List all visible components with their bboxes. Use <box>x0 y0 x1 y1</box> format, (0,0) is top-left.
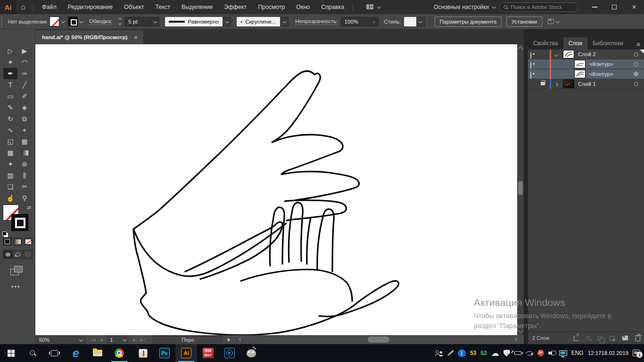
language-indicator[interactable]: ENG <box>571 350 584 356</box>
make-clipping-mask-icon[interactable] <box>598 336 602 340</box>
action-center-icon[interactable]: 1 <box>633 350 640 356</box>
menu-object[interactable]: Объект <box>118 0 150 14</box>
next-artboard-button[interactable]: ▶ <box>133 337 136 342</box>
close-button[interactable]: ✕ <box>624 0 644 14</box>
collapse-chevron-icon[interactable] <box>554 82 558 86</box>
display-settings-icon[interactable] <box>559 350 567 356</box>
menu-type[interactable]: Текст <box>150 0 176 14</box>
adobe-stock-search[interactable]: Поиск в Adobe Stock <box>499 2 578 12</box>
artboard-tool[interactable]: ❏ <box>3 181 17 192</box>
isolate-selection-icon[interactable] <box>548 19 554 24</box>
file-explorer-button[interactable] <box>87 344 108 362</box>
hw-monitor-button[interactable] <box>132 344 154 362</box>
target-circle-icon[interactable] <box>634 52 638 57</box>
style-chevron[interactable] <box>416 17 425 26</box>
chevron-down-icon[interactable] <box>556 19 560 23</box>
temperature-badge-1[interactable]: 53 <box>470 350 476 356</box>
vertical-scroll-thumb[interactable] <box>518 181 523 195</box>
visibility-eye-icon[interactable] <box>530 52 531 59</box>
stroke-profile-chevron[interactable] <box>223 17 231 26</box>
panel-menu-icon[interactable]: ≡ <box>636 41 640 49</box>
defender-shield-icon[interactable]: ✓ <box>504 350 510 357</box>
pen-icon[interactable] <box>447 350 454 355</box>
visibility-eye-icon[interactable] <box>530 62 531 69</box>
preferences-button[interactable]: Установки <box>506 16 542 27</box>
collect-for-export-icon[interactable] <box>574 336 579 341</box>
solidworks-button[interactable]: SW 2017 <box>197 344 219 362</box>
selection-tool[interactable]: ▷ <box>3 45 17 57</box>
taskbar-clock[interactable]: 12:17 18.02.2019 <box>588 350 628 356</box>
antivirus-icon[interactable] <box>537 350 544 356</box>
chrome-button[interactable] <box>108 344 130 362</box>
target-selected-icon[interactable] <box>634 72 638 76</box>
wifi-icon[interactable] <box>526 350 533 356</box>
kompas-button[interactable]: K <box>219 344 240 362</box>
document-setup-button[interactable]: Параметры документа <box>435 16 502 27</box>
gradient-button[interactable] <box>13 238 22 246</box>
hand-tool[interactable]: ☝ <box>3 192 17 204</box>
gradient-tool[interactable] <box>17 147 32 158</box>
brush-definition-dropdown[interactable]: • Скруглени... <box>237 17 280 26</box>
first-artboard-button[interactable]: |◀ <box>91 337 95 342</box>
column-graph-tool[interactable]: ⫼ <box>17 170 32 181</box>
target-circle-icon[interactable] <box>634 62 638 66</box>
panel-grip[interactable] <box>1 16 2 27</box>
vertical-scrollbar[interactable] <box>517 44 524 335</box>
menu-edit[interactable]: Редактирование <box>62 0 118 14</box>
type-tool[interactable]: T <box>3 79 17 90</box>
none-button[interactable] <box>24 238 33 246</box>
stroke-swatch[interactable] <box>68 16 78 26</box>
zoom-tool[interactable]: ⚲ <box>17 192 32 204</box>
tab-layers[interactable]: Слои <box>563 37 587 49</box>
menu-help[interactable]: Справка <box>315 0 350 14</box>
menu-window[interactable]: Окно <box>290 0 315 14</box>
photoshop-button[interactable]: Ps <box>154 344 175 362</box>
prev-artboard-button[interactable]: ◀ <box>99 337 103 342</box>
tab-close-icon[interactable]: × <box>134 34 138 41</box>
layer-row-layer1[interactable]: Слой 1 <box>528 79 644 89</box>
delete-layer-icon[interactable] <box>636 337 640 341</box>
rotate-tool[interactable]: ↻ <box>3 113 17 124</box>
color-button[interactable] <box>3 238 12 246</box>
new-sublayer-icon[interactable] <box>610 336 615 340</box>
eyedropper-tool[interactable]: ✦ <box>3 158 17 170</box>
puppet-warp-tool[interactable]: ⌖ <box>17 124 32 136</box>
stroke-weight-stepper[interactable] <box>117 17 123 26</box>
scale-tool[interactable]: ⧉ <box>17 113 32 124</box>
visibility-eye-icon[interactable] <box>530 72 531 79</box>
chevron-down-icon[interactable] <box>61 19 65 23</box>
change-screen-mode-button[interactable] <box>10 266 23 275</box>
home-icon[interactable]: ⌂ <box>16 0 30 14</box>
layer-thumbnail[interactable] <box>563 80 574 88</box>
people-icon[interactable] <box>435 350 443 356</box>
opacity-label[interactable]: Непрозрачность: <box>295 18 338 25</box>
temperature-badge-2[interactable]: 52 <box>480 350 487 356</box>
path-thumbnail[interactable] <box>574 70 586 78</box>
start-button[interactable] <box>0 344 22 362</box>
speaker-icon[interactable] <box>548 350 555 356</box>
path-row-1[interactable]: <Контур> <box>528 59 644 69</box>
mesh-tool[interactable]: ▩ <box>3 147 17 158</box>
draw-normal-button[interactable] <box>3 250 13 259</box>
edit-toolbar-button[interactable]: ••• <box>11 283 21 290</box>
onedrive-icon[interactable]: ☁ <box>491 348 499 358</box>
scroll-up-icon[interactable] <box>518 46 523 51</box>
scroll-down-icon[interactable] <box>518 328 523 333</box>
tab-properties[interactable]: Свойства <box>528 37 563 49</box>
perspective-grid-tool[interactable]: ▦ <box>17 136 32 147</box>
document-tab[interactable]: hand.ai* @ 50% (RGB/Просмотр) × <box>35 30 143 44</box>
locate-object-icon[interactable] <box>586 336 590 340</box>
stroke-color-control[interactable] <box>11 214 28 231</box>
horizontal-scrollbar[interactable] <box>244 335 518 344</box>
illustrator-button[interactable]: Ai <box>175 344 197 362</box>
scroll-right-icon[interactable] <box>513 337 517 341</box>
taskbar-search-button[interactable] <box>22 344 43 362</box>
artboard-number-dropdown[interactable]: 1 <box>107 336 129 344</box>
path-name[interactable]: <Контур> <box>589 61 613 67</box>
menu-select[interactable]: Выделение <box>176 0 218 14</box>
restore-button[interactable] <box>604 0 624 14</box>
path-row-2[interactable]: <Контур> <box>528 69 644 79</box>
scroll-left-icon[interactable] <box>239 337 243 341</box>
opacity-more-button[interactable]: › <box>370 17 379 26</box>
artboard-canvas[interactable] <box>35 44 517 335</box>
